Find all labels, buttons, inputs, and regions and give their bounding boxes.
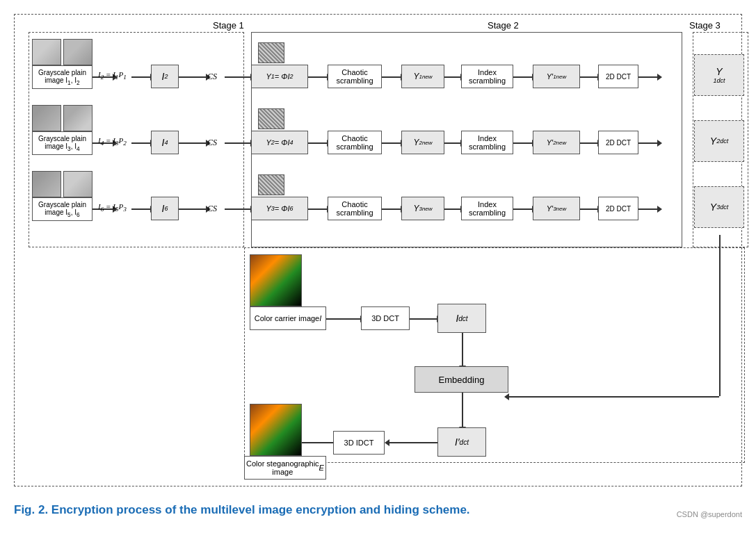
index-scr-box-row2: Indexscrambling bbox=[461, 131, 513, 154]
arrow-formula-i6-r3 bbox=[131, 208, 151, 210]
img-noise-row2 bbox=[258, 108, 284, 129]
y3-phi-box-row3: Y3 = ΦI6 bbox=[251, 197, 308, 220]
arrow-embed-idct-prime bbox=[462, 393, 463, 427]
arrow-index-y2prime-r2 bbox=[513, 142, 533, 144]
arrow-formula-i4-r2 bbox=[131, 142, 151, 144]
y2prime-box-row2: Y′2new bbox=[533, 131, 580, 154]
caption-credit: CSDN @superdont bbox=[677, 510, 742, 518]
arrow-y3-chaotic-r3 bbox=[308, 208, 328, 210]
arrow-y3new-index-r3 bbox=[444, 208, 461, 210]
embedding-box: Embedding bbox=[415, 366, 508, 393]
img-face2-row1 bbox=[63, 39, 93, 65]
img2-row3 bbox=[63, 171, 93, 197]
formula-eq-row2: I4 = I3P2 bbox=[98, 136, 127, 147]
img-butterfly-steg bbox=[250, 404, 302, 456]
arrow-dct-y3dct-r3 bbox=[638, 208, 658, 210]
arrow-y2new-index-r2 bbox=[444, 142, 461, 144]
chaotic-box-row2: Chaoticscrambling bbox=[328, 131, 382, 154]
formula-eq-row3: I6 = I5P3 bbox=[98, 202, 127, 213]
index-scr-box-row3: Indexscrambling bbox=[461, 197, 513, 220]
main-container: Stage 1 Stage 2 Stage 3 Grayscale plaini… bbox=[7, 7, 749, 525]
stage1-label: Stage 1 bbox=[213, 20, 244, 31]
arrow-i4-cs-r2 bbox=[179, 142, 207, 144]
steg-label-box: Color steganographicimage E bbox=[244, 456, 326, 480]
y1new-box-row1: Y1new bbox=[401, 65, 444, 88]
dct-box-row2: 2D DCT bbox=[598, 131, 638, 154]
y2new-box-row2: Y2new bbox=[401, 131, 444, 154]
arrow-dct-y1dct-r1 bbox=[638, 76, 658, 78]
grayscale-label-row2: Grayscale plainimage I3, I4 bbox=[32, 131, 93, 155]
diagram-area: Stage 1 Stage 2 Stage 3 Grayscale plaini… bbox=[14, 14, 742, 486]
arrow-i2-cs-r1 bbox=[179, 76, 207, 78]
y1prime-box-row1: Y′1new bbox=[533, 65, 580, 88]
chaotic-box-row1: Chaoticscrambling bbox=[328, 65, 382, 88]
bottom-section-box bbox=[244, 247, 745, 463]
3ddct-box: 3D DCT bbox=[361, 306, 410, 330]
img-woman-row3 bbox=[32, 171, 61, 197]
dct-box-row3: 2D DCT bbox=[598, 197, 638, 220]
y2-phi-box-row2: Y2 = ΦI4 bbox=[251, 131, 308, 154]
arrow-dct-y2dct-r2 bbox=[638, 142, 658, 144]
arrow-idct-embed bbox=[462, 333, 463, 366]
arrow-formula-i2-r1 bbox=[131, 76, 151, 78]
grayscale-label-row1: Grayscale plainimage I1, I2 bbox=[32, 65, 93, 89]
arrow-idctprime-3didct bbox=[389, 442, 437, 443]
img-butterfly-carrier bbox=[250, 254, 302, 306]
y2dct-box-row2: Y2dct bbox=[694, 120, 744, 162]
arrow-i6-cs-r3 bbox=[179, 208, 207, 210]
y1dct-box-row1: Y1dct bbox=[694, 54, 744, 96]
stage2-label: Stage 2 bbox=[488, 20, 519, 31]
i2-box-row1: I2 bbox=[151, 65, 179, 88]
caption-text: Fig. 2. Encryption process of the multil… bbox=[14, 502, 470, 518]
index-scr-box-row1: Indexscrambling bbox=[461, 65, 513, 88]
arrow-y2prime-dct-r2 bbox=[580, 142, 598, 144]
arrowhead-3didct bbox=[385, 439, 389, 446]
arrow-carrier-3ddct bbox=[326, 318, 361, 320]
arrow-y1new-index-r1 bbox=[444, 76, 461, 78]
img-noise-row1 bbox=[258, 42, 284, 63]
arrow-cs-y1-r1 bbox=[225, 76, 251, 78]
arrow-stage3-down bbox=[719, 235, 721, 396]
y3dct-box-row3: Y3dct bbox=[694, 186, 744, 228]
grayscale-label-row3: Grayscale plainimage I5, I6 bbox=[32, 197, 93, 221]
arrow-y2-chaotic-r2 bbox=[308, 142, 328, 144]
cs-label-row1: CS bbox=[207, 72, 217, 82]
arrow-chaotic-y1new-r1 bbox=[382, 76, 401, 78]
dct-box-row1: 2D DCT bbox=[598, 65, 638, 88]
y1-phi-box-row1: Y1 = ΦI2 bbox=[251, 65, 308, 88]
img-face1-row1 bbox=[32, 39, 61, 65]
chaotic-box-row3: Chaoticscrambling bbox=[328, 197, 382, 220]
y3new-box-row3: Y3new bbox=[401, 197, 444, 220]
i6-box-row3: I6 bbox=[151, 197, 179, 220]
y3prime-box-row3: Y′3new bbox=[533, 197, 580, 220]
caption-container: Fig. 2. Encryption process of the multil… bbox=[14, 493, 742, 518]
arrow-y1prime-dct-r1 bbox=[580, 76, 598, 78]
i4-box-row2: I4 bbox=[151, 131, 179, 154]
3didct-box: 3D IDCT bbox=[333, 431, 385, 455]
img-house-row2 bbox=[63, 105, 93, 131]
formula-eq-row1: I2 = I1P1 bbox=[98, 70, 127, 81]
arrow-y1-chaotic-r1 bbox=[308, 76, 328, 78]
arrow-cs-y2-r2 bbox=[225, 142, 251, 144]
arrow-cs-y3-r3 bbox=[225, 208, 251, 210]
arrow-3ddct-idct bbox=[410, 318, 437, 320]
arrow-chaotic-y2new-r2 bbox=[382, 142, 401, 144]
arrow-chaotic-y3new-r3 bbox=[382, 208, 401, 210]
carrier-label-box: Color carrier image I bbox=[250, 306, 326, 330]
cs-label-row3: CS bbox=[207, 204, 217, 214]
idct-prime-box: I′dct bbox=[437, 427, 486, 457]
arrow-index-y1prime-r1 bbox=[513, 76, 533, 78]
img-noise-row3 bbox=[258, 174, 284, 195]
img-woman-row2 bbox=[32, 105, 61, 131]
arrow-stage3-embed bbox=[508, 396, 719, 398]
stage3-label: Stage 3 bbox=[689, 20, 721, 31]
cs-label-row2: CS bbox=[207, 138, 217, 148]
idct-box: Idct bbox=[437, 304, 486, 333]
arrow-index-y3prime-r3 bbox=[513, 208, 533, 210]
arrow-y3prime-dct-r3 bbox=[580, 208, 598, 210]
